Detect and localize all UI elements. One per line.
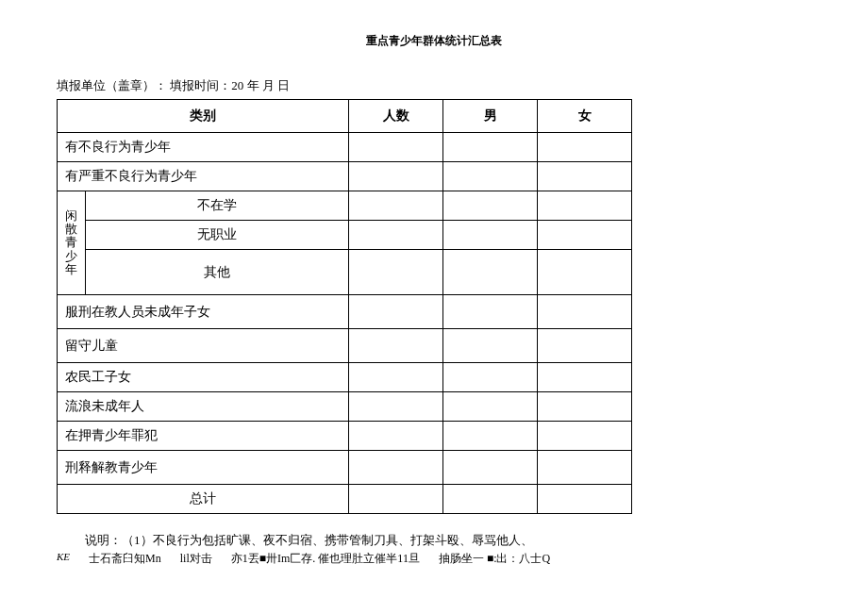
notes-line2: KE 士石斋臼知Mn lil对击 亦1丟■卅Im匚存. 催也理肚立催半11旦 抽… (57, 551, 811, 567)
table-row: 其他 (58, 250, 632, 295)
cell-male (443, 133, 538, 162)
cell-female (538, 162, 632, 191)
table-row: 服刑在教人员未成年子女 (58, 295, 632, 329)
cell-category: 留守儿童 (58, 329, 349, 363)
cell-female (538, 422, 632, 451)
table-row: 在押青少年罪犯 (58, 422, 632, 451)
cell-subcategory: 其他 (86, 250, 349, 295)
cell-total-label: 总计 (58, 485, 349, 514)
table-row: 总计 (58, 485, 632, 514)
cell-count (349, 485, 443, 514)
cell-subcategory: 不在学 (86, 191, 349, 221)
notes-line1: 说明：（1）不良行为包括旷课、夜不归宿、携带管制刀具、打架斗殴、辱骂他人、 (85, 531, 811, 551)
cell-male (443, 221, 538, 250)
header-count: 人数 (349, 100, 443, 133)
header-female: 女 (538, 100, 632, 133)
cell-count (349, 221, 443, 250)
cell-male (443, 191, 538, 221)
table-row: 有不良行为青少年 (58, 133, 632, 162)
table-row: 无职业 (58, 221, 632, 250)
table-row: 有严重不良行为青少年 (58, 162, 632, 191)
cell-male (443, 250, 538, 295)
cell-female (538, 221, 632, 250)
table-row: 农民工子女 (58, 363, 632, 392)
cell-female (538, 485, 632, 514)
cell-count (349, 162, 443, 191)
cell-count (349, 363, 443, 392)
cell-female (538, 451, 632, 485)
cell-female (538, 363, 632, 392)
cell-male (443, 485, 538, 514)
cell-category: 在押青少年罪犯 (58, 422, 349, 451)
table-row: 留守儿童 (58, 329, 632, 363)
cell-category: 有严重不良行为青少年 (58, 162, 349, 191)
header-male: 男 (443, 100, 538, 133)
cell-female (538, 250, 632, 295)
cell-count (349, 250, 443, 295)
notes-frag: 士石斋臼知Mn (89, 551, 161, 567)
cell-category: 流浪未成年人 (58, 392, 349, 422)
cell-category: 刑释解教青少年 (58, 451, 349, 485)
page-title: 重点青少年群体统计汇总表 (57, 33, 811, 49)
cell-group-label: 闲散青少年 (58, 191, 86, 295)
cell-count (349, 191, 443, 221)
cell-male (443, 295, 538, 329)
notes-frag: 亦1丟■卅Im匚存. 催也理肚立催半11旦 (231, 551, 420, 567)
header-line: 填报单位（盖章）： 填报时间：20 年 月 日 (57, 77, 811, 94)
cell-count (349, 329, 443, 363)
cell-male (443, 363, 538, 392)
cell-male (443, 422, 538, 451)
header-category: 类别 (58, 100, 349, 133)
notes-frag: 抽肠坐一 ■:出：八士Q (439, 551, 550, 567)
table-row: 闲散青少年 不在学 (58, 191, 632, 221)
cell-female (538, 191, 632, 221)
cell-female (538, 392, 632, 422)
cell-category: 农民工子女 (58, 363, 349, 392)
cell-subcategory: 无职业 (86, 221, 349, 250)
cell-count (349, 392, 443, 422)
cell-male (443, 451, 538, 485)
summary-table: 类别 人数 男 女 有不良行为青少年 有严重不良行为青少年 闲散青少年 不在学 … (57, 99, 632, 514)
cell-female (538, 295, 632, 329)
cell-count (349, 422, 443, 451)
cell-male (443, 162, 538, 191)
cell-category: 服刑在教人员未成年子女 (58, 295, 349, 329)
cell-male (443, 392, 538, 422)
table-row: 流浪未成年人 (58, 392, 632, 422)
table-row: 刑释解教青少年 (58, 451, 632, 485)
cell-male (443, 329, 538, 363)
cell-female (538, 329, 632, 363)
cell-category: 有不良行为青少年 (58, 133, 349, 162)
table-header-row: 类别 人数 男 女 (58, 100, 632, 133)
notes-frag: KE (57, 551, 70, 567)
cell-count (349, 295, 443, 329)
cell-female (538, 133, 632, 162)
notes-frag: lil对击 (180, 551, 212, 567)
cell-count (349, 451, 443, 485)
cell-count (349, 133, 443, 162)
notes-section: 说明：（1）不良行为包括旷课、夜不归宿、携带管制刀具、打架斗殴、辱骂他人、 (57, 531, 811, 551)
